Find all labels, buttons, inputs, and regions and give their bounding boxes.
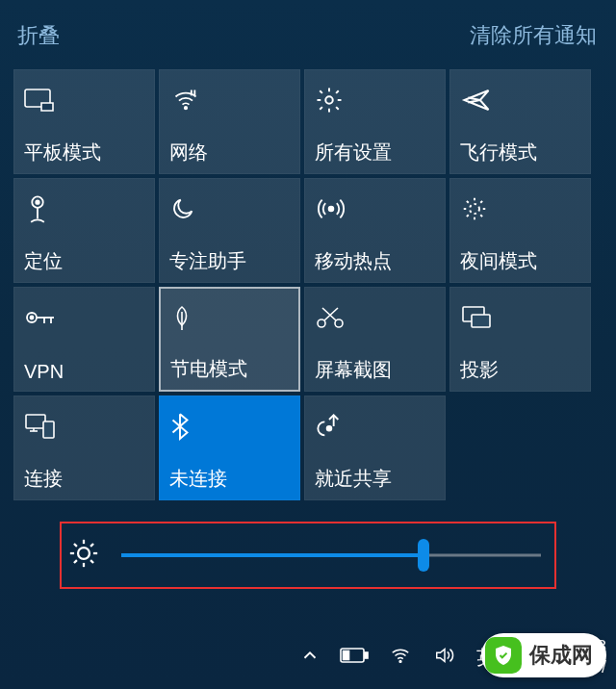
svg-line-16: [480, 201, 482, 203]
tile-network[interactable]: 网络: [159, 69, 300, 174]
svg-line-15: [467, 215, 469, 217]
svg-point-42: [399, 661, 401, 663]
tile-nearby-share[interactable]: 就近共享: [304, 396, 446, 500]
svg-point-7: [329, 207, 334, 212]
svg-rect-41: [343, 651, 348, 660]
tile-hotspot[interactable]: 移动热点: [304, 178, 446, 283]
gear-icon: [315, 82, 435, 118]
svg-point-8: [470, 204, 479, 214]
svg-line-35: [74, 544, 77, 547]
wifi-icon: [169, 82, 290, 118]
bluetooth-icon: [169, 408, 290, 445]
svg-point-21: [335, 319, 343, 327]
tile-label: 飞行模式: [460, 140, 580, 166]
tile-location[interactable]: 定位: [13, 178, 155, 283]
tile-tablet-mode[interactable]: 平板模式: [13, 69, 155, 174]
tile-airplane-mode[interactable]: 飞行模式: [449, 69, 591, 174]
tile-all-settings[interactable]: 所有设置: [304, 69, 446, 174]
tile-label: 夜间模式: [460, 248, 580, 274]
svg-point-4: [325, 96, 333, 104]
tile-connect[interactable]: 连接: [13, 396, 155, 500]
chevron-up-icon[interactable]: [299, 645, 321, 670]
tile-battery-saver[interactable]: 节电模式: [159, 287, 300, 392]
clear-all-link[interactable]: 清除所有通知: [470, 21, 597, 50]
brightness-icon: [67, 537, 100, 574]
volume-icon[interactable]: [432, 645, 457, 670]
svg-line-38: [90, 544, 93, 547]
connect-icon: [24, 408, 144, 445]
watermark-shield-icon: [485, 637, 522, 674]
share-icon: [315, 408, 435, 445]
battery-icon[interactable]: [340, 646, 369, 669]
tile-project[interactable]: 投影: [449, 287, 591, 392]
tile-label: 定位: [24, 248, 144, 274]
brightness-slider[interactable]: [121, 536, 541, 574]
tablet-icon: [24, 82, 144, 118]
tile-label: 网络: [169, 140, 290, 166]
tile-label: 未连接: [169, 466, 290, 492]
project-icon: [460, 299, 580, 336]
tile-label: 专注助手: [169, 248, 290, 274]
svg-rect-23: [472, 315, 490, 327]
svg-point-28: [327, 426, 332, 431]
svg-point-6: [36, 200, 38, 203]
wifi-icon[interactable]: [388, 645, 413, 670]
hotspot-icon: [315, 191, 435, 227]
tile-label: 屏幕截图: [315, 357, 435, 383]
night-light-icon: [460, 191, 580, 227]
svg-rect-27: [43, 421, 54, 438]
tile-night-light[interactable]: 夜间模式: [449, 178, 591, 283]
tile-label: 投影: [460, 357, 580, 383]
vpn-icon: [24, 299, 144, 336]
svg-point-1: [185, 107, 187, 109]
tile-label: 节电模式: [170, 356, 289, 382]
svg-line-36: [90, 560, 93, 563]
tile-focus-assist[interactable]: 专注助手: [159, 178, 300, 283]
svg-point-20: [318, 319, 325, 327]
quick-action-tiles: 平板模式网络所有设置飞行模式定位专注助手移动热点夜间模式VPN节电模式屏幕截图投…: [0, 60, 616, 500]
leaf-icon: [170, 300, 289, 337]
tile-bluetooth[interactable]: 未连接: [159, 396, 300, 500]
watermark-text: 保成网: [529, 641, 593, 670]
collapse-link[interactable]: 折叠: [17, 21, 60, 50]
snip-icon: [315, 299, 435, 336]
watermark: 保成网: [481, 633, 606, 677]
location-icon: [24, 191, 144, 227]
tile-label: 平板模式: [24, 140, 144, 166]
svg-rect-24: [26, 415, 45, 428]
svg-line-37: [74, 560, 77, 563]
tile-label: 就近共享: [315, 466, 435, 492]
airplane-icon: [460, 82, 580, 118]
svg-marker-43: [437, 650, 445, 662]
svg-point-30: [78, 548, 90, 559]
svg-point-18: [31, 317, 34, 319]
brightness-slider-container: [60, 522, 556, 589]
moon-icon: [169, 191, 290, 227]
svg-line-13: [467, 201, 469, 203]
tile-snip[interactable]: 屏幕截图: [304, 287, 446, 392]
tile-label: VPN: [24, 361, 144, 383]
svg-line-14: [480, 215, 482, 217]
tile-label: 连接: [24, 466, 144, 492]
svg-rect-40: [365, 652, 368, 658]
tile-label: 移动热点: [315, 248, 435, 274]
tile-label: 所有设置: [315, 140, 435, 166]
tile-vpn[interactable]: VPN: [13, 287, 155, 392]
